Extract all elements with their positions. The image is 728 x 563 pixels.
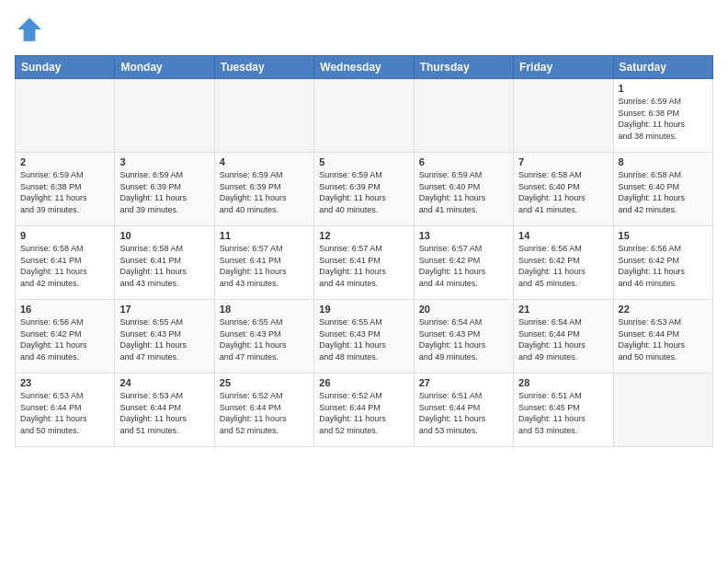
day-number: 5 bbox=[319, 156, 408, 167]
calendar-cell: 27Sunrise: 6:51 AM Sunset: 6:44 PM Dayli… bbox=[414, 373, 513, 447]
day-info: Sunrise: 6:59 AM Sunset: 6:38 PM Dayligh… bbox=[619, 96, 708, 142]
calendar-cell: 19Sunrise: 6:55 AM Sunset: 6:43 PM Dayli… bbox=[314, 300, 414, 373]
day-number: 13 bbox=[419, 230, 508, 241]
calendar-cell: 14Sunrise: 6:56 AM Sunset: 6:42 PM Dayli… bbox=[514, 226, 613, 300]
calendar-cell: 9Sunrise: 6:58 AM Sunset: 6:41 PM Daylig… bbox=[16, 226, 115, 300]
day-number: 10 bbox=[119, 230, 209, 241]
day-number: 8 bbox=[619, 156, 708, 167]
day-info: Sunrise: 6:58 AM Sunset: 6:40 PM Dayligh… bbox=[619, 169, 708, 215]
day-number: 17 bbox=[119, 304, 209, 315]
calendar-cell: 17Sunrise: 6:55 AM Sunset: 6:43 PM Dayli… bbox=[115, 300, 214, 373]
day-number: 26 bbox=[319, 377, 408, 388]
week-row-3: 9Sunrise: 6:58 AM Sunset: 6:41 PM Daylig… bbox=[16, 226, 713, 300]
day-number: 11 bbox=[220, 230, 309, 241]
day-info: Sunrise: 6:53 AM Sunset: 6:44 PM Dayligh… bbox=[119, 390, 209, 436]
calendar-cell bbox=[16, 79, 115, 153]
day-number: 7 bbox=[518, 156, 608, 167]
day-number: 22 bbox=[619, 304, 708, 315]
day-number: 1 bbox=[619, 83, 708, 94]
calendar-table: SundayMondayTuesdayWednesdayThursdayFrid… bbox=[15, 55, 713, 447]
day-number: 15 bbox=[619, 230, 708, 241]
day-number: 3 bbox=[119, 156, 209, 167]
day-number: 28 bbox=[518, 377, 608, 388]
day-info: Sunrise: 6:56 AM Sunset: 6:42 PM Dayligh… bbox=[20, 316, 109, 362]
day-number: 23 bbox=[20, 377, 109, 388]
calendar-cell: 7Sunrise: 6:58 AM Sunset: 6:40 PM Daylig… bbox=[514, 153, 613, 226]
day-info: Sunrise: 6:53 AM Sunset: 6:44 PM Dayligh… bbox=[20, 390, 109, 436]
calendar-cell: 22Sunrise: 6:53 AM Sunset: 6:44 PM Dayli… bbox=[613, 300, 712, 373]
weekday-header-row: SundayMondayTuesdayWednesdayThursdayFrid… bbox=[16, 56, 713, 79]
day-info: Sunrise: 6:54 AM Sunset: 6:43 PM Dayligh… bbox=[419, 316, 508, 362]
calendar-cell: 5Sunrise: 6:59 AM Sunset: 6:39 PM Daylig… bbox=[314, 153, 414, 226]
calendar-cell bbox=[414, 79, 513, 153]
day-info: Sunrise: 6:57 AM Sunset: 6:41 PM Dayligh… bbox=[220, 243, 309, 289]
day-number: 18 bbox=[220, 304, 309, 315]
day-info: Sunrise: 6:59 AM Sunset: 6:39 PM Dayligh… bbox=[220, 169, 309, 215]
calendar-cell: 23Sunrise: 6:53 AM Sunset: 6:44 PM Dayli… bbox=[16, 373, 115, 447]
day-info: Sunrise: 6:55 AM Sunset: 6:43 PM Dayligh… bbox=[319, 316, 408, 362]
week-row-2: 2Sunrise: 6:59 AM Sunset: 6:38 PM Daylig… bbox=[16, 153, 713, 226]
week-row-4: 16Sunrise: 6:56 AM Sunset: 6:42 PM Dayli… bbox=[16, 300, 713, 373]
week-row-1: 1Sunrise: 6:59 AM Sunset: 6:38 PM Daylig… bbox=[16, 79, 713, 153]
day-number: 21 bbox=[518, 304, 608, 315]
day-info: Sunrise: 6:58 AM Sunset: 6:40 PM Dayligh… bbox=[518, 169, 608, 215]
calendar-cell: 16Sunrise: 6:56 AM Sunset: 6:42 PM Dayli… bbox=[16, 300, 115, 373]
calendar-cell bbox=[514, 79, 613, 153]
page-header bbox=[15, 15, 713, 44]
weekday-header-saturday: Saturday bbox=[613, 56, 712, 79]
day-number: 25 bbox=[220, 377, 309, 388]
calendar-cell: 12Sunrise: 6:57 AM Sunset: 6:41 PM Dayli… bbox=[314, 226, 414, 300]
day-info: Sunrise: 6:59 AM Sunset: 6:38 PM Dayligh… bbox=[20, 169, 109, 215]
day-info: Sunrise: 6:59 AM Sunset: 6:40 PM Dayligh… bbox=[419, 169, 508, 215]
weekday-header-tuesday: Tuesday bbox=[214, 56, 313, 79]
calendar-cell bbox=[613, 373, 712, 447]
calendar-cell: 1Sunrise: 6:59 AM Sunset: 6:38 PM Daylig… bbox=[613, 79, 712, 153]
day-info: Sunrise: 6:59 AM Sunset: 6:39 PM Dayligh… bbox=[119, 169, 209, 215]
weekday-header-wednesday: Wednesday bbox=[314, 56, 414, 79]
calendar-cell: 24Sunrise: 6:53 AM Sunset: 6:44 PM Dayli… bbox=[115, 373, 214, 447]
day-number: 20 bbox=[419, 304, 508, 315]
day-info: Sunrise: 6:58 AM Sunset: 6:41 PM Dayligh… bbox=[20, 243, 109, 289]
week-row-5: 23Sunrise: 6:53 AM Sunset: 6:44 PM Dayli… bbox=[16, 373, 713, 447]
day-info: Sunrise: 6:51 AM Sunset: 6:45 PM Dayligh… bbox=[518, 390, 608, 436]
day-number: 27 bbox=[419, 377, 508, 388]
calendar-cell: 6Sunrise: 6:59 AM Sunset: 6:40 PM Daylig… bbox=[414, 153, 513, 226]
day-number: 6 bbox=[419, 156, 508, 167]
day-info: Sunrise: 6:52 AM Sunset: 6:44 PM Dayligh… bbox=[220, 390, 309, 436]
calendar-cell bbox=[115, 79, 214, 153]
calendar-cell bbox=[314, 79, 414, 153]
day-number: 19 bbox=[319, 304, 408, 315]
day-number: 12 bbox=[319, 230, 408, 241]
day-info: Sunrise: 6:56 AM Sunset: 6:42 PM Dayligh… bbox=[518, 243, 608, 289]
calendar-cell: 20Sunrise: 6:54 AM Sunset: 6:43 PM Dayli… bbox=[414, 300, 513, 373]
weekday-header-monday: Monday bbox=[115, 56, 214, 79]
svg-marker-0 bbox=[17, 17, 41, 41]
logo-icon bbox=[15, 15, 44, 44]
calendar-cell: 26Sunrise: 6:52 AM Sunset: 6:44 PM Dayli… bbox=[314, 373, 414, 447]
day-number: 4 bbox=[220, 156, 309, 167]
day-info: Sunrise: 6:55 AM Sunset: 6:43 PM Dayligh… bbox=[220, 316, 309, 362]
day-number: 16 bbox=[20, 304, 109, 315]
weekday-header-sunday: Sunday bbox=[16, 56, 115, 79]
calendar-cell: 21Sunrise: 6:54 AM Sunset: 6:44 PM Dayli… bbox=[514, 300, 613, 373]
day-info: Sunrise: 6:52 AM Sunset: 6:44 PM Dayligh… bbox=[319, 390, 408, 436]
day-info: Sunrise: 6:51 AM Sunset: 6:44 PM Dayligh… bbox=[419, 390, 508, 436]
calendar-cell: 2Sunrise: 6:59 AM Sunset: 6:38 PM Daylig… bbox=[16, 153, 115, 226]
day-number: 24 bbox=[119, 377, 209, 388]
calendar-cell: 25Sunrise: 6:52 AM Sunset: 6:44 PM Dayli… bbox=[214, 373, 313, 447]
calendar-cell: 18Sunrise: 6:55 AM Sunset: 6:43 PM Dayli… bbox=[214, 300, 313, 373]
day-number: 14 bbox=[518, 230, 608, 241]
calendar-cell bbox=[214, 79, 313, 153]
day-number: 9 bbox=[20, 230, 109, 241]
day-info: Sunrise: 6:53 AM Sunset: 6:44 PM Dayligh… bbox=[619, 316, 708, 362]
day-info: Sunrise: 6:57 AM Sunset: 6:42 PM Dayligh… bbox=[419, 243, 508, 289]
day-info: Sunrise: 6:54 AM Sunset: 6:44 PM Dayligh… bbox=[518, 316, 608, 362]
calendar-cell: 15Sunrise: 6:56 AM Sunset: 6:42 PM Dayli… bbox=[613, 226, 712, 300]
calendar-cell: 11Sunrise: 6:57 AM Sunset: 6:41 PM Dayli… bbox=[214, 226, 313, 300]
calendar-cell: 4Sunrise: 6:59 AM Sunset: 6:39 PM Daylig… bbox=[214, 153, 313, 226]
calendar-cell: 28Sunrise: 6:51 AM Sunset: 6:45 PM Dayli… bbox=[514, 373, 613, 447]
day-info: Sunrise: 6:57 AM Sunset: 6:41 PM Dayligh… bbox=[319, 243, 408, 289]
day-info: Sunrise: 6:55 AM Sunset: 6:43 PM Dayligh… bbox=[119, 316, 209, 362]
day-info: Sunrise: 6:56 AM Sunset: 6:42 PM Dayligh… bbox=[619, 243, 708, 289]
calendar-cell: 10Sunrise: 6:58 AM Sunset: 6:41 PM Dayli… bbox=[115, 226, 214, 300]
